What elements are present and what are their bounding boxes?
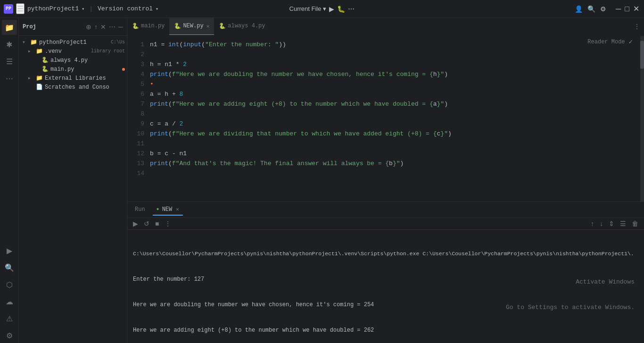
terminal-out-2: Here we are adding eight (+8) to the num… xyxy=(133,326,638,335)
tree-badge-venv: library root xyxy=(91,49,125,54)
sidebar-more-btn[interactable]: ⋯ xyxy=(2,71,17,86)
tree-label-root: pythonProject1 xyxy=(39,39,109,46)
editor-scrollbar[interactable] xyxy=(640,36,644,201)
sidebar-project-btn[interactable]: 📁 xyxy=(2,20,17,35)
code-editor[interactable]: n1 = int(input("Enter the number: ")) h … xyxy=(146,36,640,201)
sidebar-structure-btn[interactable]: ☰ xyxy=(2,54,17,69)
tab-icon-new: 🐍 xyxy=(174,23,181,30)
project-dropdown-icon[interactable]: ▾ xyxy=(82,6,84,12)
sidebar-header: Proj ⊕ ↑ ✕ ⋯ ─ xyxy=(19,18,127,36)
tab-label-main: main.py xyxy=(141,23,165,29)
minimize-button[interactable]: ─ xyxy=(616,4,621,13)
problems-btn[interactable]: ⚠ xyxy=(2,311,17,326)
tab-close-new[interactable]: ✕ xyxy=(206,23,210,29)
terminal-rerun-btn[interactable]: ↺ xyxy=(142,219,151,228)
modified-dot xyxy=(122,68,125,71)
tab-bar: 🐍 main.py 🐍 NEW.py ✕ 🐍 always 4.py ⋮ xyxy=(127,18,644,36)
tree-arrow-ext-libs: ▶ xyxy=(28,76,34,80)
terminal-tab-run-label: Run xyxy=(135,206,145,213)
scratch-icon: 📄 xyxy=(36,84,43,91)
terminal-up-btn[interactable]: ↑ xyxy=(589,219,596,228)
tab-new-py[interactable]: 🐍 NEW.py ✕ xyxy=(169,18,214,35)
terminal-stop-btn[interactable]: ■ xyxy=(153,219,161,228)
reader-mode-check-icon[interactable]: ✓ xyxy=(629,38,633,46)
more-options-button[interactable]: ⋯ xyxy=(348,5,355,13)
terminal-area: Run ● NEW ✕ ▶ ↺ ■ ⋮ ↑ ↓ ⇕ ☰ xyxy=(127,201,644,343)
py-icon-always4: 🐍 xyxy=(41,57,49,64)
sidebar-options-btn[interactable]: ⋯ xyxy=(109,23,116,31)
tab-main-py[interactable]: 🐍 main.py xyxy=(127,18,169,35)
tree-label-venv: .venv xyxy=(45,48,89,55)
current-file-button[interactable]: Current File ▾ xyxy=(289,5,327,12)
terminal-run-btn[interactable]: ▶ xyxy=(131,219,140,228)
folder-icon-ext-libs: 📁 xyxy=(36,75,43,82)
settings-button[interactable]: ⚙ xyxy=(600,5,606,13)
user-button[interactable]: 👤 xyxy=(575,5,583,13)
tree-label-ext-libs: External Libraries xyxy=(45,75,125,82)
reader-mode-bar: Reader Mode ✓ xyxy=(584,36,636,48)
terminal-tabs: Run ● NEW ✕ xyxy=(127,202,644,218)
terminal-scroll-btn[interactable]: ⇕ xyxy=(607,219,616,228)
sidebar-close-btn[interactable]: ✕ xyxy=(100,23,106,31)
terminal-cmd-line: C:\Users\Cousellor\PycharmProjects\pynis… xyxy=(133,250,638,258)
sidebar-add-btn[interactable]: ⊕ xyxy=(86,23,91,31)
tree-arrow-venv: ▶ xyxy=(28,49,34,53)
tree-label-scratches: Scratches and Conso xyxy=(45,84,125,91)
terminal-prompt-line: Enter the number: 127 xyxy=(133,275,638,284)
editor-content: Reader Mode ✓ 1234 5678 9101112 1314 n1 … xyxy=(127,36,644,201)
tree-item-venv[interactable]: ▶ 📁 .venv library root xyxy=(19,47,127,56)
plugins-btn[interactable]: ⬡ xyxy=(2,277,17,292)
main-layout: 📁 ✱ ☰ ⋯ ▶ 🔍 ⬡ ☁ ⚠ ⚙ Proj ⊕ ↑ ✕ ⋯ ─ ▼ 📁 p… xyxy=(0,18,644,343)
tree-label-main: main.py xyxy=(50,66,118,73)
icon-bar: 📁 ✱ ☰ ⋯ ▶ 🔍 ⬡ ☁ ⚠ ⚙ xyxy=(0,18,19,343)
terminal-out-1: Here we are doubling the number we have … xyxy=(133,301,638,309)
terminal-clear-btn[interactable]: 🗑 xyxy=(630,219,640,228)
run-sidebar-btn[interactable]: ▶ xyxy=(2,243,17,258)
project-name[interactable]: pythonProject1 xyxy=(27,5,79,12)
tab-label-new: NEW.py xyxy=(183,23,203,29)
sidebar-title: Proj xyxy=(23,24,83,30)
terminal-tab-new-close[interactable]: ✕ xyxy=(176,206,179,212)
debug-button[interactable]: 🐛 xyxy=(337,5,345,13)
version-control-btn[interactable]: Version control xyxy=(98,5,153,12)
search-button[interactable]: 🔍 xyxy=(587,5,595,13)
tab-label-always4: always 4.py xyxy=(228,23,265,29)
maximize-button[interactable]: □ xyxy=(625,4,629,13)
reader-mode-label[interactable]: Reader Mode xyxy=(587,39,625,45)
cloud-btn[interactable]: ☁ xyxy=(2,294,17,309)
tree-label-always4: always 4.py xyxy=(50,57,125,64)
tree-item-ext-libs[interactable]: ▶ 📁 External Libraries xyxy=(19,74,127,83)
current-file-dropdown-icon: ▾ xyxy=(323,5,326,12)
terminal-tab-new-label: NEW xyxy=(162,206,173,213)
sidebar-up-btn[interactable]: ↑ xyxy=(94,23,98,31)
terminal-filter-btn[interactable]: ☰ xyxy=(618,219,628,228)
editor-area: 🐍 main.py 🐍 NEW.py ✕ 🐍 always 4.py ⋮ xyxy=(127,18,644,343)
sidebar: Proj ⊕ ↑ ✕ ⋯ ─ ▼ 📁 pythonProject1 C:\Us … xyxy=(19,18,127,343)
hamburger-button[interactable]: ☰ xyxy=(16,3,25,14)
find-btn[interactable]: 🔍 xyxy=(2,260,17,275)
version-control-dropdown-icon[interactable]: ▾ xyxy=(156,6,158,12)
folder-icon-venv: 📁 xyxy=(36,48,43,55)
tree-item-always4[interactable]: 🐍 always 4.py xyxy=(19,56,127,65)
folder-icon: 📁 xyxy=(30,39,37,46)
settings-sidebar-btn[interactable]: ⚙ xyxy=(2,328,17,343)
terminal-toolbar: ▶ ↺ ■ ⋮ ↑ ↓ ⇕ ☰ 🗑 xyxy=(127,218,644,230)
terminal-more-btn[interactable]: ⋮ xyxy=(163,219,173,228)
tree-item-pythonproject1[interactable]: ▼ 📁 pythonProject1 C:\Us xyxy=(19,38,127,47)
tab-always4-py[interactable]: 🐍 always 4.py xyxy=(214,18,270,35)
tree-badge-root: C:\Us xyxy=(111,40,125,45)
sidebar-bookmarks-btn[interactable]: ✱ xyxy=(2,37,17,52)
sidebar-collapse-btn[interactable]: ─ xyxy=(118,23,123,31)
activate-windows-notice: Activate Windows Go to Settings to activ… xyxy=(506,261,635,329)
tree-item-main[interactable]: 🐍 main.py xyxy=(19,65,127,74)
tab-more-button[interactable]: ⋮ xyxy=(630,23,644,30)
tab-icon-always4: 🐍 xyxy=(219,23,226,30)
terminal-tab-run[interactable]: Run xyxy=(131,204,149,216)
terminal-tab-new[interactable]: ● NEW ✕ xyxy=(153,204,183,216)
run-button[interactable]: ▶ xyxy=(329,5,334,13)
terminal-down-btn[interactable]: ↓ xyxy=(598,219,605,228)
app-icon: PP xyxy=(4,4,13,14)
close-button[interactable]: ✕ xyxy=(633,4,639,13)
tree-item-scratches[interactable]: 📄 Scratches and Conso xyxy=(19,83,127,92)
terminal-output[interactable]: C:\Users\Cousellor\PycharmProjects\pynis… xyxy=(127,230,644,343)
